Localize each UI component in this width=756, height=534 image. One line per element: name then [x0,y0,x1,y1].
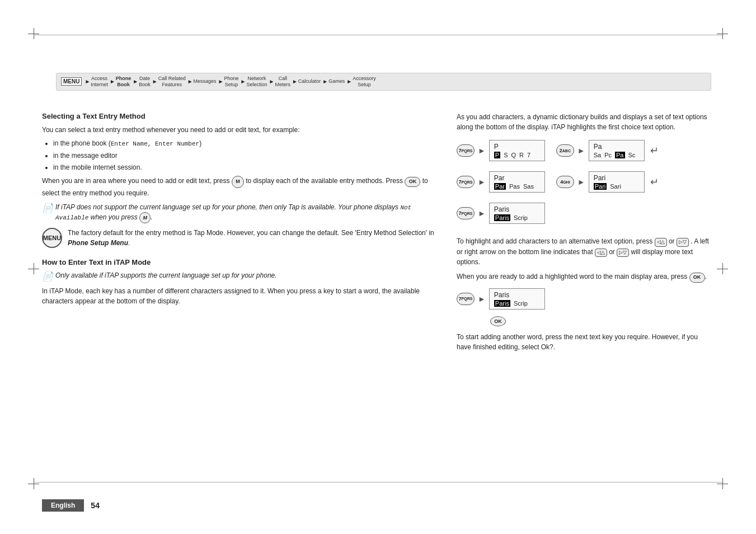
nav-arrow-4: ► [152,78,158,85]
display-3-pas: Pas [509,183,520,190]
display-1-bottom: P S Q R 7 [494,152,540,158]
display-1-top: P [494,143,540,151]
right-p4: To start adding another word, press the … [457,332,714,352]
nav-label-date-book: DateBook [139,76,151,88]
nav-btn-right-2: ▷▽ [617,249,629,257]
display-2-pa: Pa [615,152,624,158]
nav-item-call-meters: ► CallMeters [268,76,290,88]
diagram-bottom: 7PQRS ► Paris Paris Scrip [457,288,545,310]
section1-p2: When you are in area where you need to a… [42,176,440,198]
diagram-4: 4GHI ► Pari Pari Sari ↵ [556,171,659,193]
key-7-btn-2: 7PQRS [457,176,475,188]
code-not-available: Not Available [55,204,411,221]
arrow-right-4: ► [577,177,585,186]
display-3-top: Par [494,174,540,182]
nav-item-accessory-setup: ► AccessorySetup [346,76,375,88]
bottom-paris-area: 7PQRS ► Paris Paris Scrip OK [457,288,714,326]
display-3: Par Par Pas Sas [489,171,545,193]
display-5-bottom: Paris Scrip [494,214,540,221]
right-column: As you add characters, a dynamic diction… [457,112,714,478]
left-column: Selecting a Text Entry Method You can se… [42,112,440,478]
display-3-par: Par [494,183,506,190]
arrow-right-5: ► [478,209,486,218]
phone-setup-menu-link: Phone Setup Menu [68,239,128,247]
display-1-q: Q [511,152,516,158]
return-arrow-2: ↵ [650,176,659,188]
crosshair-mid-right [717,263,728,274]
display-5: Paris Paris Scrip [489,203,545,224]
nav-item-network-selection: ► NetworkSelection [240,76,267,88]
nav-arrow-9: ► [292,78,298,85]
nav-label-network-selection: NetworkSelection [246,76,267,88]
display-bottom-scrip: Scrip [514,300,528,307]
key-7-btn-3: 7PQRS [457,207,475,219]
factory-default-text: The factory default for the entry method… [68,228,440,251]
diagram-row-1-2: 7PQRS ► P P S Q R 7 2A [457,140,714,166]
nav-label-phone-book: PhoneBook [116,76,132,88]
nav-arrow-3: ► [133,78,138,85]
section2-title: How to Enter Text in iTAP Mode [42,258,440,266]
nav-label-games: Games [328,78,345,85]
section2-p1: In iTAP Mode, each key has a number of d… [42,286,440,306]
display-bottom-paris: Paris [494,300,510,307]
display-2-top: Pa [594,143,640,151]
m-button-inline: M [232,176,244,188]
crosshair-bottom-left [28,478,39,489]
key-4-btn: 4GHI [556,176,574,188]
bullet-item-3: in the mobile internet session. [53,162,440,172]
diagram-row-5: 7PQRS ► Paris Paris Scrip [457,203,714,228]
nav-label-call-meters: CallMeters [275,76,290,88]
nav-item-messages: ► Messages [187,78,217,85]
display-bottom: Paris Paris Scrip [489,288,545,310]
crosshair-top-right [717,28,728,39]
nav-arrow-7: ► [241,78,246,85]
nav-item-call-related: ► Call RelatedFeatures [152,76,186,88]
nav-btn-left: ◁△ [655,238,667,247]
ok-button-inline-1: OK [405,177,420,187]
right-p3: When you are ready to add a highlighted … [457,271,714,283]
arrow-right-3: ► [478,177,486,186]
nav-btn-right: ▷▽ [677,238,689,247]
nav-arrow-10: ► [322,78,328,85]
nav-arrow-2: ► [110,78,115,85]
diagram-2: 2ABC ► Pa Sa Pc Pa Sc ↵ [556,140,659,161]
display-1-s: S [504,152,508,158]
bullet-list: in the phone book (Enter Name, Enter Num… [53,138,440,172]
menu-label: MENU [61,77,82,86]
nav-item-date-book: ► DateBook [132,76,150,88]
main-content: Selecting a Text Entry Method You can se… [42,112,714,478]
display-bottom-top: Paris [494,291,540,299]
arrow-right-bottom: ► [478,294,486,303]
crosshair-bottom-right [717,478,728,489]
note-text-1: If iTAP does not support the current lan… [55,203,440,223]
note-icon-2: 📄 [42,271,53,282]
display-2: Pa Sa Pc Pa Sc [589,140,645,161]
language-label: English [42,499,84,512]
nav-menu: MENU [61,77,83,86]
display-bottom-bottom: Paris Scrip [494,300,540,307]
display-4-bottom: Pari Sari [594,183,640,190]
display-1-7: 7 [527,152,530,158]
display-4-top: Pari [594,174,640,182]
arrow-right-2: ► [577,146,585,155]
code-enter-name: Enter Name, Enter Number [111,140,199,147]
factory-default-p: The factory default for the entry method… [68,228,440,248]
note-icon-1: 📄 [42,203,53,213]
ok-button-inline-2: OK [689,273,705,283]
nav-arrow-11: ► [346,78,352,85]
diagram-row-3-4: 7PQRS ► Par Par Pas Sas 4GHI ► [457,171,714,197]
footer: English 54 [42,499,714,512]
return-arrow-1: ↵ [650,144,659,157]
arrow-right-1: ► [478,146,486,155]
note-text-2: Only available if iTAP supports the curr… [55,271,277,280]
nav-item-access-internet: ► AccessInternet [84,76,107,88]
nav-bar: MENU ► AccessInternet ► PhoneBook ► Date… [56,73,711,91]
diagram-5: 7PQRS ► Paris Paris Scrip [457,203,545,224]
display-2-sc: Sc [628,152,636,158]
display-5-paris: Paris [494,214,510,221]
diagram-1: 7PQRS ► P P S Q R 7 [457,140,545,161]
crosshair-mid-left [28,263,39,274]
right-p2: To highlight and add characters to an al… [457,236,714,267]
bullet-item-1: in the phone book (Enter Name, Enter Num… [53,138,440,149]
nav-label-calculator: Calculator [298,78,321,85]
